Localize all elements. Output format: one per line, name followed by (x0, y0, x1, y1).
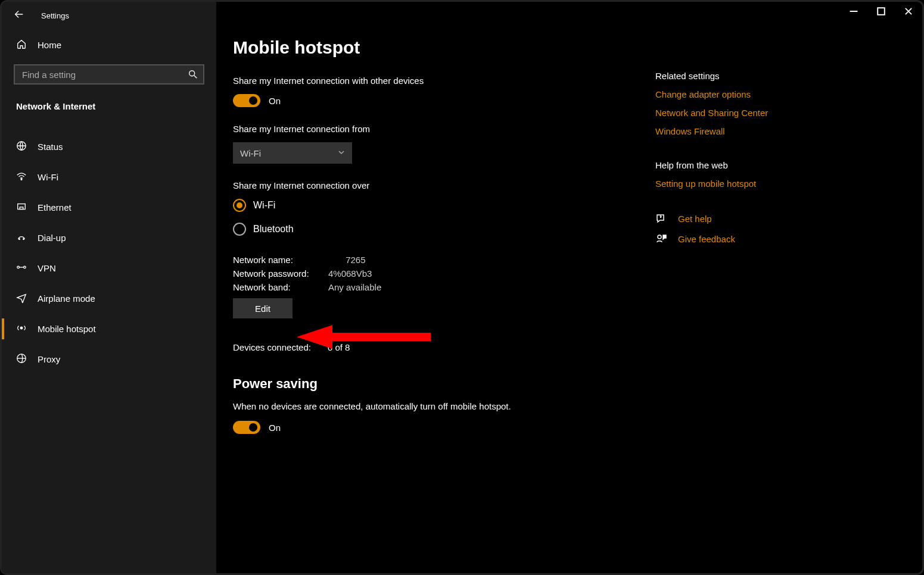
sidebar-item-label: Proxy (38, 354, 60, 364)
section-label: Network & Internet (16, 101, 216, 111)
power-saving-description: When no devices are connected, automatic… (233, 401, 650, 411)
radio-option-bluetooth[interactable]: Bluetooth (233, 223, 650, 236)
svg-rect-1 (878, 8, 885, 15)
wifi-icon (16, 171, 27, 183)
sidebar-item-label: Status (38, 142, 63, 152)
main-content: Mobile hotspot Share my Internet connect… (233, 38, 650, 451)
give-feedback-label: Give feedback (678, 234, 735, 244)
radio-icon (233, 223, 246, 236)
sidebar-item-proxy[interactable]: Proxy (2, 344, 216, 374)
svg-line-6 (194, 76, 197, 79)
share-from-label: Share my Internet connection from (233, 124, 650, 134)
get-help-label: Get help (678, 214, 712, 224)
svg-rect-9 (18, 204, 26, 210)
network-name-value: 7265 (328, 255, 366, 265)
home-nav-item[interactable]: Home (2, 29, 216, 56)
sidebar: Settings Home Network & Internet Status … (2, 2, 216, 573)
sidebar-item-label: Dial-up (38, 233, 66, 243)
sidebar-item-dialup[interactable]: Dial-up (2, 223, 216, 253)
link-network-sharing-center[interactable]: Network and Sharing Center (655, 108, 834, 118)
back-button[interactable] (14, 9, 24, 22)
link-setting-up-mobile-hotspot[interactable]: Setting up mobile hotspot (655, 179, 834, 189)
network-band-value: Any available (328, 282, 381, 292)
radio-label: Wi-Fi (253, 200, 275, 211)
sidebar-item-airplane[interactable]: Airplane mode (2, 283, 216, 314)
globe-icon (16, 140, 27, 153)
link-windows-firewall[interactable]: Windows Firewall (655, 126, 834, 136)
minimize-button[interactable] (840, 2, 867, 21)
dialup-icon (16, 232, 27, 244)
devices-connected-label: Devices connected: (233, 342, 311, 352)
share-connection-label: Share my Internet connection with other … (233, 76, 650, 86)
airplane-icon (16, 292, 27, 305)
radio-label: Bluetooth (253, 224, 294, 235)
network-name-label: Network name: (233, 255, 328, 265)
sidebar-item-wifi[interactable]: Wi-Fi (2, 162, 216, 192)
search-box (14, 64, 204, 85)
sidebar-item-label: Wi-Fi (38, 172, 58, 182)
help-icon (655, 212, 667, 224)
chevron-down-icon (338, 149, 345, 158)
give-feedback-link[interactable]: Give feedback (655, 233, 834, 245)
titlebar-label: Settings (41, 11, 69, 20)
right-sidebar: Related settings Change adapter options … (655, 71, 834, 253)
share-toggle-state: On (269, 96, 281, 106)
network-password-value: 4%068Vb3 (328, 268, 372, 279)
help-from-web-heading: Help from the web (655, 160, 834, 170)
sidebar-item-mobile-hotspot[interactable]: Mobile hotspot (2, 314, 216, 344)
svg-point-13 (17, 266, 20, 268)
get-help-link[interactable]: Get help (655, 212, 834, 224)
svg-point-8 (21, 179, 22, 180)
maximize-button[interactable] (867, 2, 895, 21)
ethernet-icon (16, 201, 27, 214)
svg-point-11 (19, 239, 20, 240)
svg-point-14 (24, 266, 26, 268)
share-over-label: Share my Internet connection over (233, 180, 650, 190)
edit-button[interactable]: Edit (233, 298, 293, 318)
radio-option-wifi[interactable]: Wi-Fi (233, 199, 650, 212)
edit-button-label: Edit (255, 304, 270, 314)
home-label: Home (38, 40, 61, 50)
svg-point-12 (23, 239, 24, 240)
network-band-label: Network band: (233, 282, 328, 292)
sidebar-item-label: Airplane mode (38, 293, 95, 304)
vpn-icon (16, 262, 27, 274)
power-toggle-state: On (269, 423, 281, 433)
sidebar-item-status[interactable]: Status (2, 132, 216, 162)
sidebar-item-label: Mobile hotspot (38, 324, 96, 334)
related-settings-heading: Related settings (655, 71, 834, 81)
devices-connected-value: 0 of 8 (328, 342, 350, 352)
dropdown-value: Wi-Fi (240, 148, 261, 158)
close-button[interactable] (895, 2, 922, 21)
proxy-icon (16, 353, 27, 365)
sidebar-item-label: Ethernet (38, 202, 71, 212)
svg-point-5 (189, 71, 195, 76)
svg-rect-10 (20, 207, 23, 210)
svg-point-20 (658, 235, 661, 239)
home-icon (16, 39, 27, 51)
power-saving-heading: Power saving (233, 376, 650, 392)
share-from-dropdown[interactable]: Wi-Fi (233, 142, 352, 164)
radio-icon (233, 199, 246, 212)
search-input[interactable] (14, 64, 204, 85)
link-change-adapter-options[interactable]: Change adapter options (655, 89, 834, 99)
svg-point-16 (20, 327, 23, 329)
network-password-label: Network password: (233, 268, 328, 279)
power-saving-toggle[interactable] (233, 421, 260, 434)
sidebar-item-label: VPN (38, 263, 56, 273)
hotspot-icon (16, 323, 27, 335)
sidebar-item-vpn[interactable]: VPN (2, 253, 216, 283)
feedback-icon (655, 233, 667, 245)
share-connection-toggle[interactable] (233, 94, 260, 107)
sidebar-item-ethernet[interactable]: Ethernet (2, 192, 216, 223)
search-icon (188, 69, 198, 82)
page-title: Mobile hotspot (233, 38, 650, 58)
